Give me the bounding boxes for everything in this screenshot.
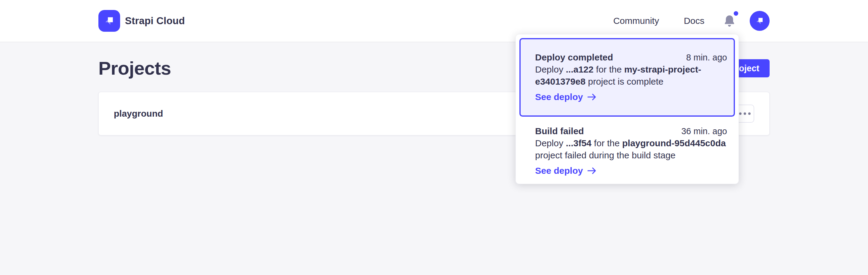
notification-timestamp: 36 min. ago: [681, 125, 727, 137]
notification-title: Build failed: [535, 125, 584, 137]
project-name: playground: [114, 109, 163, 119]
top-nav: Community Docs: [613, 11, 770, 31]
brand-name: Strapi Cloud: [125, 15, 185, 27]
nav-link-docs[interactable]: Docs: [684, 16, 705, 26]
strapi-mark-icon: [102, 14, 116, 28]
notification-timestamp: 8 min. ago: [686, 51, 727, 63]
page-title: Projects: [98, 57, 171, 80]
arrow-right-icon: [587, 167, 597, 175]
user-avatar[interactable]: [750, 11, 770, 31]
body-text: project is complete: [586, 77, 663, 86]
deploy-hash: ...a122: [566, 64, 594, 74]
body-text: for the: [593, 64, 624, 74]
notification-body: Deploy ...3f54 for the playground-95d445…: [535, 137, 727, 161]
notification-title-row: Build failed 36 min. ago: [535, 125, 727, 137]
arrow-right-icon: [587, 93, 597, 101]
notifications-bell-button[interactable]: [724, 15, 735, 27]
see-deploy-link[interactable]: See deploy: [535, 166, 597, 176]
notifications-panel: Deploy completed 8 min. ago Deploy ...a1…: [516, 34, 739, 184]
notification-body: Deploy ...a122 for the my-strapi-project…: [535, 63, 727, 88]
strapi-logo-icon: [98, 10, 120, 32]
bell-icon: [724, 15, 735, 27]
project-ref: playground-95d445c0da: [622, 138, 726, 148]
ellipsis-icon: [739, 112, 751, 115]
notification-title: Deploy completed: [535, 51, 613, 63]
notification-title-row: Deploy completed 8 min. ago: [535, 51, 727, 63]
body-text: for the: [592, 138, 622, 148]
see-deploy-label: See deploy: [535, 166, 583, 176]
see-deploy-link[interactable]: See deploy: [535, 92, 597, 102]
brand-home-link[interactable]: Strapi Cloud: [98, 10, 185, 32]
body-text: project failed during the build stage: [535, 150, 676, 160]
see-deploy-label: See deploy: [535, 92, 583, 102]
notification-item-deploy-completed[interactable]: Deploy completed 8 min. ago Deploy ...a1…: [519, 38, 735, 117]
body-text: Deploy: [535, 64, 566, 74]
nav-link-community[interactable]: Community: [613, 16, 659, 26]
body-text: Deploy: [535, 138, 566, 148]
notification-dot: [734, 11, 738, 16]
notification-item-build-failed[interactable]: Build failed 36 min. ago Deploy ...3f54 …: [519, 117, 735, 180]
strapi-mark-icon: [754, 15, 765, 27]
deploy-hash: ...3f54: [566, 138, 592, 148]
